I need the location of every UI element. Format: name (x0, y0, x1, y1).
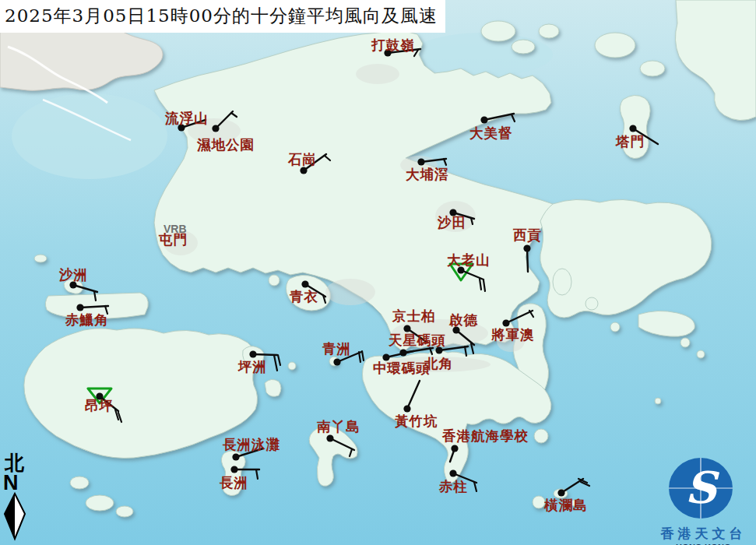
waglan-islet (554, 489, 568, 498)
crooked-island (481, 21, 515, 41)
tap-mun-island (620, 95, 650, 158)
soko-island-2 (116, 506, 133, 517)
hko-name-chinese: 香港天文台 (651, 525, 756, 543)
ma-wan-island (269, 275, 280, 286)
soko-island-1 (86, 495, 114, 511)
po-toi-island (533, 496, 545, 508)
kau-yi-chau-island (288, 362, 296, 370)
ping-chau-area-island (595, 33, 635, 58)
lung-kwu-chau-islet (34, 255, 47, 262)
port-shelter-island-1 (585, 297, 598, 310)
ninepin-island-1 (680, 338, 690, 347)
hko-logo-icon: S (651, 456, 756, 520)
north-compass: 北 N (2, 453, 33, 545)
north-letter-label: N (3, 473, 33, 492)
ninepin-island-2 (697, 350, 705, 358)
north-arrow-icon (2, 492, 33, 542)
green-island-islet (329, 357, 339, 366)
airport-island (45, 293, 148, 318)
deep-bay-water (12, 93, 167, 179)
islet-east (655, 398, 661, 404)
islet-se (571, 500, 577, 506)
port-shelter-island-2 (610, 322, 620, 332)
starling-inlet-water (413, 33, 553, 76)
kau-sai-chau-island (553, 269, 571, 295)
tung-lung-island (534, 429, 548, 443)
ap-chau-island (539, 24, 559, 38)
small-island-ne (640, 61, 665, 76)
peng-chau-island (243, 346, 264, 365)
hko-logo: S 香港天文台 HONG KONG OBSERVATORY (651, 456, 756, 545)
hei-ling-chau-island (265, 379, 281, 396)
shek-kwu-chau-island (70, 476, 89, 489)
kat-o-island (512, 40, 535, 54)
hong-kong-map (0, 0, 756, 545)
wind-map-screenshot: 打鼓嶺流浮山濕地公園石崗大美督大埔滘塔門沙田西貢大老山VRB屯門沙洲赤鱲角青衣京… (0, 0, 756, 545)
map-title: 2025年3月05日15時00分的十分鐘平均風向及風速 (0, 0, 445, 33)
hko-logo-monogram: S (685, 462, 720, 513)
